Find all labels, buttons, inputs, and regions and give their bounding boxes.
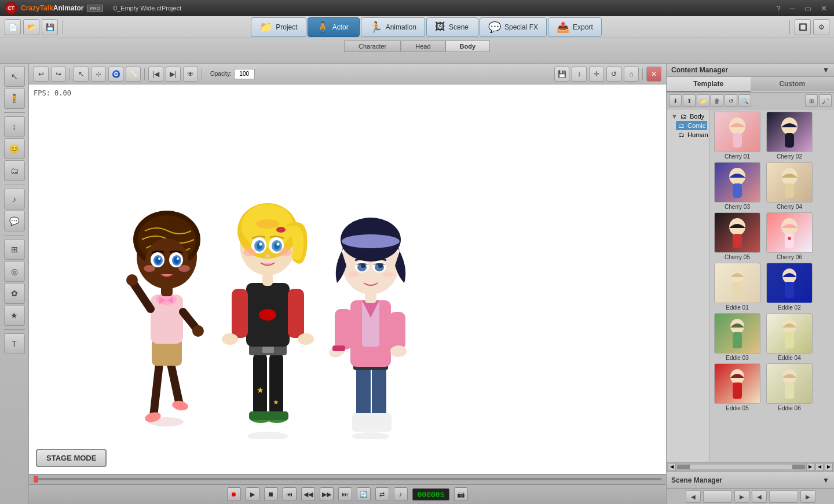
help-button[interactable]: ? <box>774 4 783 13</box>
flip-v-btn[interactable]: ↕ <box>572 67 587 82</box>
timeline-bar[interactable] <box>29 474 666 485</box>
settings-button[interactable]: ⚙ <box>813 19 829 35</box>
nav-actor-button[interactable]: 🧍 Actor <box>308 17 360 37</box>
cm-item-eddie03[interactable]: Eddie 03 <box>712 313 762 361</box>
cm-item-cherry06[interactable]: Cherry 06 <box>765 212 814 260</box>
cm-import-button[interactable]: ⬇ <box>669 94 682 107</box>
tree-item-body[interactable]: ▼ 🗂 Body <box>669 112 707 121</box>
save-scene-btn[interactable]: 💾 <box>554 67 569 82</box>
sidebar-face-tool[interactable]: 😊 <box>4 138 25 159</box>
sidebar-tool-9[interactable]: T <box>4 333 25 354</box>
timeline-start-button[interactable]: ⏮ <box>283 487 297 501</box>
sidebar-tool-7[interactable]: ✿ <box>4 283 25 304</box>
playback-btn[interactable]: ▶| <box>166 67 181 82</box>
sidebar-select-tool[interactable]: ↖ <box>4 66 25 87</box>
open-file-button[interactable]: 📂 <box>23 19 39 35</box>
close-button[interactable]: ✕ <box>818 4 829 13</box>
timeline-play-button[interactable]: ▶ <box>246 487 259 501</box>
new-file-button[interactable]: 📄 <box>5 19 21 35</box>
sidebar-actor-tool[interactable]: 🧍 <box>4 88 25 109</box>
hscroll-thumb[interactable] <box>690 465 792 469</box>
cm-item-eddie04[interactable]: Eddie 04 <box>765 313 814 361</box>
timeline-loop-button[interactable]: 🔄 <box>357 487 371 501</box>
content-manager-expand-icon[interactable]: ▼ <box>822 66 829 74</box>
sm-btn-5[interactable] <box>769 490 798 503</box>
cm-item-eddie01[interactable]: Eddie 01 <box>712 263 762 311</box>
timeline-thumb[interactable] <box>34 476 38 483</box>
opacity-input[interactable] <box>234 69 255 79</box>
cm-item-cherry02[interactable]: Cherry 02 <box>765 112 814 160</box>
sm-btn-1[interactable]: ◀ <box>686 490 701 503</box>
nav-project-button[interactable]: 📁 Project <box>251 17 306 37</box>
transform-button[interactable]: ⊹ <box>91 67 106 82</box>
view-btn-2[interactable]: |◀ <box>148 67 163 82</box>
sidebar-tool-5[interactable]: ⊞ <box>4 239 25 260</box>
timeline-forward-button[interactable]: ▶▶ <box>320 487 334 501</box>
hscroll-left[interactable]: ◀ <box>668 463 676 471</box>
pick-parent-button[interactable]: 🧿 <box>108 67 123 82</box>
scene-manager-expand-icon[interactable]: ▼ <box>822 476 829 484</box>
eye-button[interactable]: 👁 <box>183 67 198 82</box>
cm-item-eddie05[interactable]: Eddie 05 <box>712 363 762 411</box>
move-btn[interactable]: ✛ <box>589 67 604 82</box>
sidebar-tool-6[interactable]: ◎ <box>4 261 25 282</box>
cm-horizontal-scrollbar[interactable]: ◀ ▶ ◀ ▶ <box>667 462 834 471</box>
timeline-camera-button[interactable]: 📷 <box>454 487 468 501</box>
tab-head[interactable]: Head <box>401 41 445 52</box>
hscroll-down-right[interactable]: ▶ <box>825 463 833 471</box>
maximize-button[interactable]: ▭ <box>802 4 814 13</box>
nav-animation-button[interactable]: 🏃 Animation <box>361 17 425 37</box>
sm-btn-4[interactable]: ◀ <box>752 490 767 503</box>
cm-item-cherry05[interactable]: Cherry 05 <box>712 212 762 260</box>
stage-mode-button[interactable]: STAGE MODE <box>36 449 107 467</box>
stage[interactable]: FPS: 0.00 <box>29 84 666 474</box>
timeline-bounce-button[interactable]: ⇄ <box>375 487 389 501</box>
tree-item-human[interactable]: 🗂 Human <box>676 130 707 139</box>
cm-item-cherry03[interactable]: Cherry 03 <box>712 162 762 210</box>
hscroll-track[interactable] <box>677 465 805 469</box>
tree-item-comic[interactable]: 🗂 Comic <box>676 121 707 130</box>
sidebar-move-tool[interactable]: ↕ <box>4 116 25 137</box>
cm-item-eddie02[interactable]: Eddie 02 <box>765 263 814 311</box>
timeline-back-button[interactable]: ◀◀ <box>301 487 315 501</box>
cm-item-cherry04[interactable]: Cherry 04 <box>765 162 814 210</box>
cm-filter-button[interactable]: 🔍 <box>738 94 751 107</box>
cm-export-button[interactable]: ⬆ <box>683 94 696 107</box>
sidebar-audio-tool[interactable]: ♪ <box>4 189 25 209</box>
hscroll-right[interactable]: ▶ <box>806 463 814 471</box>
cm-refresh-button[interactable]: ↺ <box>725 94 737 107</box>
hscroll-down-left[interactable]: ◀ <box>815 463 824 471</box>
close-canvas-btn[interactable]: ✕ <box>646 67 661 82</box>
cm-search-button[interactable]: 🔎 <box>819 94 832 107</box>
undo-button[interactable]: ↩ <box>34 67 49 82</box>
sidebar-speech-tool[interactable]: 💬 <box>4 211 25 231</box>
sm-btn-3[interactable]: ▶ <box>734 490 749 503</box>
cm-folder-button[interactable]: 📁 <box>697 94 709 107</box>
cm-delete-button[interactable]: 🗑 <box>711 94 723 107</box>
tab-character[interactable]: Character <box>344 41 401 52</box>
timeline-audio-button[interactable]: ♪ <box>394 487 408 501</box>
tab-custom[interactable]: Custom <box>751 77 835 92</box>
cm-item-cherry01[interactable]: Cherry 01 <box>712 112 762 160</box>
home-btn[interactable]: ⌂ <box>624 67 639 82</box>
redo-button[interactable]: ↪ <box>51 67 66 82</box>
sidebar-tool-8[interactable]: ★ <box>4 305 25 326</box>
tab-template[interactable]: Template <box>667 77 751 92</box>
nav-specialfx-button[interactable]: 💬 Special FX <box>480 17 547 37</box>
minimize-button[interactable]: ─ <box>788 4 798 13</box>
sm-btn-6[interactable]: ▶ <box>800 490 815 503</box>
sm-btn-2[interactable] <box>703 490 732 503</box>
select-button[interactable]: ↖ <box>74 67 89 82</box>
sidebar-body-tool[interactable]: 🗂 <box>4 160 25 181</box>
view-button[interactable]: 🔲 <box>795 19 811 35</box>
save-file-button[interactable]: 💾 <box>42 19 58 35</box>
nav-scene-button[interactable]: 🖼 Scene <box>426 17 478 37</box>
timeline-record-button[interactable]: ⏺ <box>227 487 241 501</box>
nav-export-button[interactable]: 📤 Export <box>548 17 602 37</box>
cm-item-eddie06[interactable]: Eddie 06 <box>765 363 814 411</box>
tab-body[interactable]: Body <box>445 41 491 52</box>
timeline-end-button[interactable]: ⏭ <box>338 487 352 501</box>
timeline-slider[interactable] <box>34 478 661 480</box>
timeline-stop-button[interactable]: ⏹ <box>264 487 278 501</box>
bone-button[interactable]: 🦴 <box>126 67 141 82</box>
